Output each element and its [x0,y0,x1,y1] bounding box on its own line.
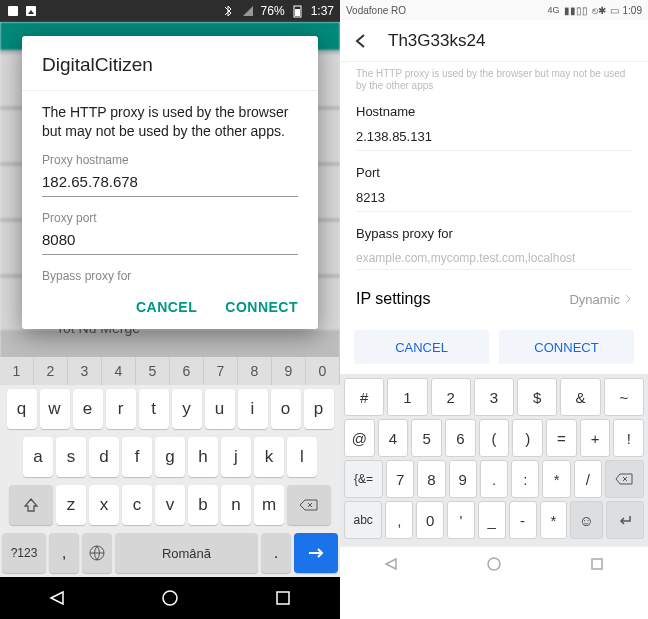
key-e[interactable]: e [73,389,103,429]
key-x[interactable]: x [89,485,119,525]
key-=[interactable]: = [546,419,577,457]
key-@[interactable]: @ [344,419,375,457]
key-b[interactable]: b [188,485,218,525]
back-icon[interactable] [352,32,370,50]
key-/[interactable]: / [574,460,602,498]
keyboard-number-row[interactable]: 1234567890 [0,357,340,385]
num-key-6[interactable]: 6 [170,357,204,385]
bypass-input[interactable]: example.com,mycomp.test.com,localhost [356,251,632,265]
num-key-1[interactable]: 1 [0,357,34,385]
key-m[interactable]: m [254,485,284,525]
key-3[interactable]: 3 [474,378,514,416]
key-*[interactable]: * [540,501,568,539]
key-h[interactable]: h [188,437,218,477]
key-~[interactable]: ~ [604,378,644,416]
battery-percent: 76% [261,4,285,18]
connect-button[interactable]: CONNECT [499,330,634,364]
keyboard-row-3: {&= 789.:*/ [344,460,644,498]
key-5[interactable]: 5 [411,419,442,457]
num-key-3[interactable]: 3 [68,357,102,385]
key-w[interactable]: w [40,389,70,429]
key-l[interactable]: l [287,437,317,477]
symbols-key[interactable]: {&= [344,460,383,498]
keyboard[interactable]: #123$&~ @456()=+! {&= 789.:*/ abc ,0'_-*… [340,374,648,546]
key-t[interactable]: t [139,389,169,429]
comma-key[interactable]: , [49,533,79,573]
key-d[interactable]: d [89,437,119,477]
key-4[interactable]: 4 [378,419,409,457]
key-z[interactable]: z [56,485,86,525]
recent-nav-icon[interactable] [589,556,605,572]
back-nav-icon[interactable] [48,589,66,607]
num-key-0[interactable]: 0 [306,357,340,385]
key-7[interactable]: 7 [386,460,414,498]
key-q[interactable]: q [7,389,37,429]
cancel-button[interactable]: CANCEL [136,299,197,315]
hostname-input[interactable] [42,169,298,197]
recent-nav-icon[interactable] [274,589,292,607]
key-j[interactable]: j [221,437,251,477]
cancel-button[interactable]: CANCEL [354,330,489,364]
key-.[interactable]: . [480,460,508,498]
key-&[interactable]: & [560,378,600,416]
space-key[interactable]: Română [115,533,258,573]
port-input[interactable] [42,227,298,255]
key-6[interactable]: 6 [445,419,476,457]
num-key-9[interactable]: 9 [272,357,306,385]
key-'[interactable]: ' [447,501,475,539]
key-*[interactable]: * [542,460,570,498]
key--[interactable]: - [509,501,537,539]
key-1[interactable]: 1 [387,378,427,416]
num-key-7[interactable]: 7 [204,357,238,385]
shift-key[interactable] [9,485,53,525]
key-$[interactable]: $ [517,378,557,416]
back-nav-icon[interactable] [383,556,399,572]
key-k[interactable]: k [254,437,284,477]
period-key[interactable]: . [261,533,291,573]
key-2[interactable]: 2 [431,378,471,416]
key-)[interactable]: ) [512,419,543,457]
home-nav-icon[interactable] [161,589,179,607]
key-o[interactable]: o [271,389,301,429]
hostname-input[interactable]: 2.138.85.131 [356,129,632,144]
key-p[interactable]: p [304,389,334,429]
key-#[interactable]: # [344,378,384,416]
globe-key[interactable] [82,533,112,573]
backspace-key[interactable] [287,485,331,525]
key-v[interactable]: v [155,485,185,525]
key-:[interactable]: : [511,460,539,498]
key-([interactable]: ( [479,419,510,457]
enter-key[interactable] [294,533,338,573]
key-_[interactable]: _ [478,501,506,539]
key-0[interactable]: 0 [416,501,444,539]
connect-button[interactable]: CONNECT [225,299,298,315]
key-,[interactable]: , [385,501,413,539]
key-c[interactable]: c [122,485,152,525]
num-key-4[interactable]: 4 [102,357,136,385]
key-n[interactable]: n [221,485,251,525]
key-f[interactable]: f [122,437,152,477]
num-key-8[interactable]: 8 [238,357,272,385]
backspace-key[interactable] [605,460,644,498]
key-8[interactable]: 8 [417,460,445,498]
key-9[interactable]: 9 [449,460,477,498]
enter-key[interactable] [606,501,644,539]
key-i[interactable]: i [238,389,268,429]
keyboard[interactable]: 1234567890 qwertyuiop asdfghjkl zxcvbnm … [0,357,340,577]
port-input[interactable]: 8213 [356,190,632,205]
num-key-5[interactable]: 5 [136,357,170,385]
home-nav-icon[interactable] [486,556,502,572]
key-u[interactable]: u [205,389,235,429]
symbols-key[interactable]: ?123 [2,533,46,573]
key-a[interactable]: a [23,437,53,477]
key-y[interactable]: y [172,389,202,429]
key-s[interactable]: s [56,437,86,477]
num-key-2[interactable]: 2 [34,357,68,385]
key-+[interactable]: + [580,419,611,457]
ip-settings-row[interactable]: IP settings Dynamic [356,284,632,314]
key-g[interactable]: g [155,437,185,477]
key-r[interactable]: r [106,389,136,429]
emoji-key[interactable]: ☺ [570,501,602,539]
key-![interactable]: ! [613,419,644,457]
abc-key[interactable]: abc [344,501,382,539]
